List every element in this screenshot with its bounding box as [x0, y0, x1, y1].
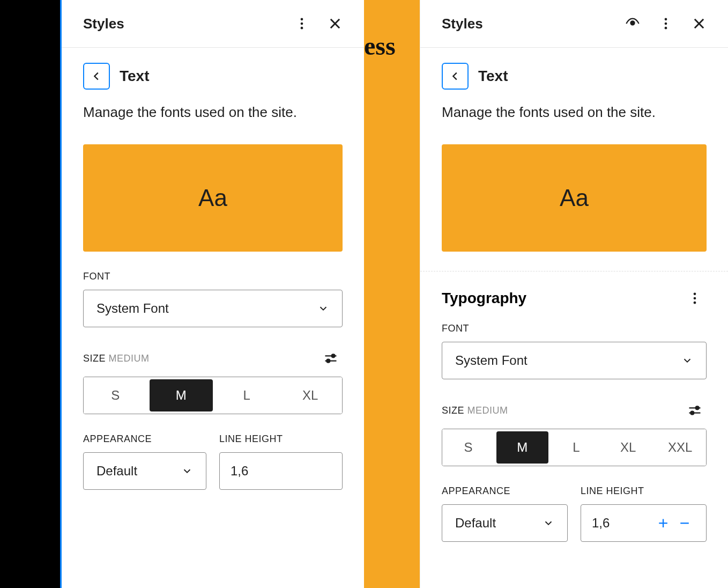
chevron-down-icon [681, 355, 693, 366]
lineheight-value: 1,6 [592, 516, 610, 531]
svg-point-13 [690, 411, 694, 415]
typography-preview: Aa [442, 144, 707, 252]
appearance-label: APPEARANCE [442, 486, 568, 497]
size-option-m[interactable]: M [150, 379, 213, 411]
size-option-xl[interactable]: XL [279, 377, 343, 414]
font-select-value: System Font [96, 301, 169, 316]
font-label: FONT [442, 323, 707, 334]
lineheight-label: LINE HEIGHT [219, 433, 343, 445]
lineheight-value: 1,6 [231, 464, 248, 479]
canvas-peek-text: ess [364, 31, 396, 61]
panel-subtitle: Manage the fonts used on the site. [83, 102, 343, 122]
lineheight-increment[interactable]: + [652, 512, 674, 534]
typography-preview: Aa [83, 144, 343, 252]
lineheight-input[interactable]: 1,6 [219, 452, 343, 490]
svg-point-0 [301, 18, 303, 21]
styles-panel-left: Styles Text Manage the fonts used on the… [62, 0, 364, 588]
preview-glyph: Aa [560, 185, 589, 211]
appearance-value: Default [455, 516, 496, 531]
appearance-select[interactable]: Default [83, 452, 206, 490]
close-button[interactable] [687, 12, 711, 35]
panel-header: Styles [62, 0, 364, 48]
svg-point-3 [332, 355, 335, 358]
svg-point-6 [665, 18, 667, 21]
svg-point-9 [694, 293, 696, 296]
size-option-s[interactable]: S [84, 377, 147, 414]
typography-heading: Typography [442, 290, 526, 307]
font-select-value: System Font [455, 353, 528, 368]
svg-point-8 [665, 27, 667, 30]
back-button[interactable] [442, 63, 469, 90]
lineheight-label: LINE HEIGHT [581, 486, 707, 497]
font-select[interactable]: System Font [442, 342, 707, 379]
appearance-select[interactable]: Default [442, 504, 568, 542]
size-option-m[interactable]: M [496, 431, 548, 464]
svg-point-10 [694, 297, 696, 300]
size-button-group: SMLXLXXL [442, 429, 707, 466]
svg-point-11 [694, 302, 696, 304]
svg-point-2 [301, 27, 303, 30]
svg-point-1 [301, 23, 303, 25]
size-label: SIZE MEDIUM [83, 353, 150, 364]
lineheight-input[interactable]: 1,6 + − [581, 504, 707, 542]
size-label: SIZE MEDIUM [442, 405, 508, 416]
appearance-label: APPEARANCE [83, 433, 206, 445]
preview-glyph: Aa [198, 185, 227, 211]
panel-subtitle: Manage the fonts used on the site. [442, 102, 707, 122]
svg-point-12 [696, 407, 699, 410]
editor-canvas-dark [0, 0, 60, 588]
svg-point-5 [631, 21, 635, 25]
font-label: FONT [83, 271, 343, 282]
size-option-s[interactable]: S [442, 429, 494, 466]
back-button[interactable] [83, 63, 110, 90]
size-option-xl[interactable]: XL [602, 429, 654, 466]
stylebook-toggle[interactable] [621, 12, 644, 35]
styles-panel-right: Styles Text Manage the fonts us [420, 0, 728, 588]
typography-options-button[interactable] [683, 286, 707, 310]
size-option-xxl[interactable]: XXL [654, 429, 706, 466]
size-button-group: SMLXL [83, 377, 343, 414]
panel-title: Styles [442, 16, 483, 32]
chevron-down-icon [543, 517, 554, 529]
panel-title: Styles [83, 16, 124, 32]
panel-header: Styles [420, 0, 728, 48]
custom-size-toggle[interactable] [319, 347, 343, 370]
size-option-l[interactable]: L [551, 429, 603, 466]
crumb-title: Text [120, 68, 150, 85]
crumb-title: Text [478, 68, 508, 85]
chevron-down-icon [317, 303, 329, 314]
lineheight-decrement[interactable]: − [674, 512, 695, 534]
svg-point-7 [665, 23, 667, 25]
size-option-l[interactable]: L [215, 377, 279, 414]
custom-size-toggle[interactable] [683, 399, 707, 422]
svg-point-4 [326, 359, 330, 363]
canvas-peek-strip [364, 0, 420, 588]
close-button[interactable] [323, 12, 347, 35]
appearance-value: Default [96, 464, 137, 479]
font-select[interactable]: System Font [83, 290, 343, 327]
more-menu-button[interactable] [654, 12, 678, 35]
more-menu-button[interactable] [290, 12, 314, 35]
chevron-down-icon [181, 465, 193, 477]
